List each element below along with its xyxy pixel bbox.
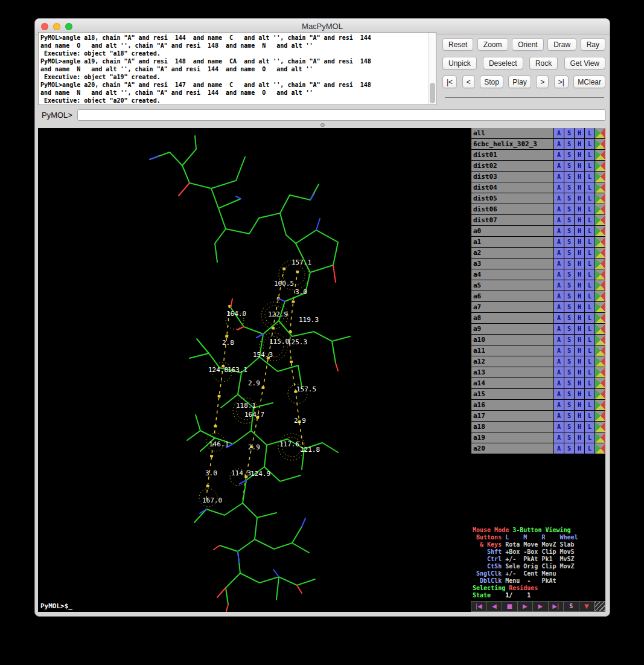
object-name-a1[interactable]: a1 [471, 237, 553, 247]
step-button[interactable]: < [462, 75, 475, 88]
a2-a-button[interactable]: A [554, 248, 564, 258]
object-name-all[interactable]: all [471, 128, 553, 138]
a16-a-button[interactable]: A [554, 400, 564, 410]
a0-h-button[interactable]: H [575, 226, 584, 236]
object-name-dist06[interactable]: dist06 [471, 204, 553, 214]
step-back-button[interactable]: ◀ [486, 601, 503, 612]
a9-color-menu-button[interactable] [595, 324, 605, 334]
a11-a-button[interactable]: A [554, 345, 564, 356]
a9-h-button[interactable]: H [575, 324, 584, 334]
object-name-a20[interactable]: a20 [471, 443, 553, 454]
dist04-h-button[interactable]: H [575, 182, 584, 193]
all-a-button[interactable]: A [554, 128, 564, 138]
object-name-a16[interactable]: a16 [471, 400, 553, 410]
6cbc_helix_302_3-color-menu-button[interactable] [595, 139, 605, 149]
menu-down-button[interactable]: ▼ [579, 601, 595, 612]
a14-a-button[interactable]: A [554, 378, 564, 388]
a7-l-button[interactable]: L [585, 302, 595, 312]
object-name-a5[interactable]: a5 [471, 280, 553, 291]
dist01-s-button[interactable]: S [564, 150, 574, 160]
a14-l-button[interactable]: L [585, 378, 595, 388]
all-h-button[interactable]: H [575, 128, 584, 138]
all-l-button[interactable]: L [585, 128, 595, 138]
deselect-button[interactable]: Deselect [483, 57, 523, 69]
a6-s-button[interactable]: S [564, 291, 574, 301]
a7-color-menu-button[interactable] [595, 302, 605, 312]
object-name-a0[interactable]: a0 [471, 226, 553, 236]
a10-l-button[interactable]: L [585, 335, 595, 345]
dist05-a-button[interactable]: A [554, 193, 564, 204]
a2-h-button[interactable]: H [575, 248, 584, 258]
a18-a-button[interactable]: A [554, 422, 564, 432]
object-name-a8[interactable]: a8 [471, 313, 553, 323]
a18-s-button[interactable]: S [564, 422, 574, 432]
dist02-color-menu-button[interactable] [595, 161, 605, 171]
a17-h-button[interactable]: H [575, 411, 584, 421]
a17-color-menu-button[interactable] [595, 411, 605, 421]
dist01-a-button[interactable]: A [554, 150, 564, 160]
movie-frame-slider[interactable] [445, 97, 604, 98]
a8-h-button[interactable]: H [575, 313, 584, 323]
a18-l-button[interactable]: L [585, 422, 595, 432]
draw-button[interactable]: Draw [547, 38, 576, 51]
dist03-a-button[interactable]: A [554, 172, 564, 182]
forward-end-button[interactable]: ▶| [548, 601, 564, 612]
a1-color-menu-button[interactable] [595, 237, 605, 247]
molecule-view[interactable]: 157.1160.53.0164.0122.9119.32.8115.0125.… [38, 128, 471, 612]
6cbc_helix_302_3-a-button[interactable]: A [554, 139, 564, 149]
a16-color-menu-button[interactable] [595, 400, 605, 410]
a17-l-button[interactable]: L [585, 411, 595, 421]
object-name-a6[interactable]: a6 [471, 291, 553, 301]
step-button[interactable]: >| [554, 75, 569, 88]
a0-l-button[interactable]: L [585, 226, 595, 236]
dist02-a-button[interactable]: A [554, 161, 564, 171]
a14-color-menu-button[interactable] [595, 378, 605, 388]
dist05-s-button[interactable]: S [564, 193, 574, 204]
stop-button[interactable]: Stop [480, 75, 503, 88]
mclear-button[interactable]: MClear [573, 75, 605, 88]
a16-l-button[interactable]: L [585, 400, 595, 410]
a1-h-button[interactable]: H [575, 237, 584, 247]
a1-l-button[interactable]: L [585, 237, 595, 247]
object-name-a2[interactable]: a2 [471, 248, 553, 258]
dist06-h-button[interactable]: H [575, 204, 584, 214]
a13-s-button[interactable]: S [564, 367, 574, 377]
a17-s-button[interactable]: S [564, 411, 574, 421]
a15-l-button[interactable]: L [585, 389, 595, 399]
dist06-color-menu-button[interactable] [595, 204, 605, 214]
a5-color-menu-button[interactable] [595, 280, 605, 291]
object-name-dist01[interactable]: dist01 [471, 150, 553, 160]
dist07-color-menu-button[interactable] [595, 215, 605, 225]
a1-s-button[interactable]: S [564, 237, 574, 247]
a4-s-button[interactable]: S [564, 269, 574, 280]
a8-l-button[interactable]: L [585, 313, 595, 323]
object-name-a19[interactable]: a19 [471, 432, 553, 443]
a16-h-button[interactable]: H [575, 400, 584, 410]
6cbc_helix_302_3-s-button[interactable]: S [564, 139, 574, 149]
dist04-color-menu-button[interactable] [595, 182, 605, 193]
console-output[interactable]: PyMOL>angle a18, chain "A" and resi 144 … [38, 32, 436, 105]
dist02-s-button[interactable]: S [564, 161, 574, 171]
a2-color-menu-button[interactable] [595, 248, 605, 258]
a7-s-button[interactable]: S [564, 302, 574, 312]
a15-a-button[interactable]: A [554, 389, 564, 399]
dist05-color-menu-button[interactable] [595, 193, 605, 204]
a19-color-menu-button[interactable] [595, 432, 605, 443]
a11-h-button[interactable]: H [575, 345, 584, 356]
a6-l-button[interactable]: L [585, 291, 595, 301]
object-name-a17[interactable]: a17 [471, 411, 553, 421]
object-name-a13[interactable]: a13 [471, 367, 553, 377]
a4-color-menu-button[interactable] [595, 269, 605, 280]
dist01-h-button[interactable]: H [575, 150, 584, 160]
a20-color-menu-button[interactable] [595, 443, 605, 454]
6cbc_helix_302_3-h-button[interactable]: H [575, 139, 584, 149]
dist04-a-button[interactable]: A [554, 182, 564, 193]
a14-s-button[interactable]: S [564, 378, 574, 388]
a20-a-button[interactable]: A [554, 443, 564, 454]
dist07-h-button[interactable]: H [575, 215, 584, 225]
a10-h-button[interactable]: H [575, 335, 584, 345]
a3-s-button[interactable]: S [564, 259, 574, 269]
object-name-a4[interactable]: a4 [471, 269, 553, 280]
dist03-h-button[interactable]: H [575, 172, 584, 182]
a9-s-button[interactable]: S [564, 324, 574, 334]
